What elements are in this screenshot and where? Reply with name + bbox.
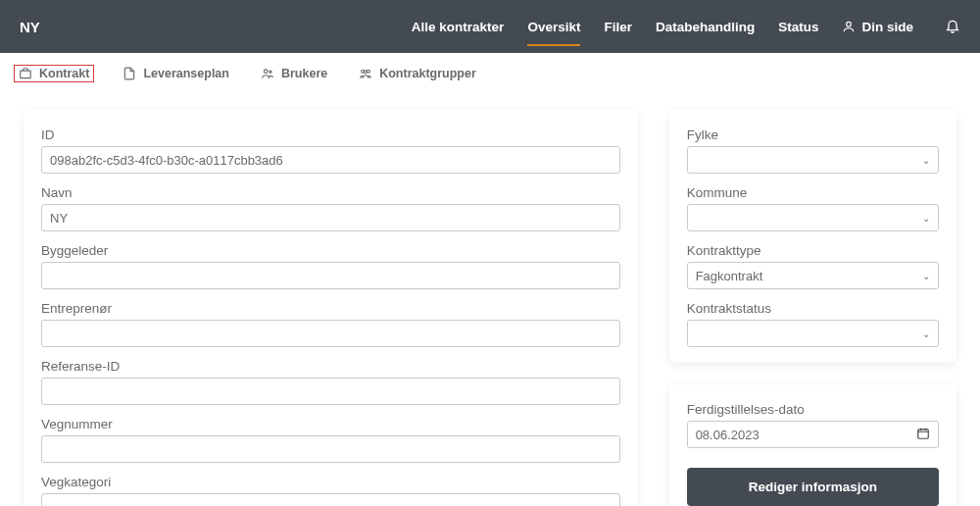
tab-brukere[interactable]: Brukere <box>258 65 330 82</box>
topbar-nav: Alle kontrakter Oversikt Filer Databehan… <box>412 16 960 38</box>
tab-kontrakt-label: Kontrakt <box>39 67 89 80</box>
vegkategori-select[interactable]: ⌄ <box>41 493 620 506</box>
nav-alle-kontrakter[interactable]: Alle kontrakter <box>412 16 505 38</box>
chevron-down-icon: ⌄ <box>922 213 930 224</box>
kontrakttype-label: Kontrakttype <box>687 243 939 258</box>
kontrakttype-value: Fagkontrakt <box>696 269 763 283</box>
svg-point-3 <box>270 71 271 73</box>
navn-input[interactable] <box>41 204 620 231</box>
svg-point-0 <box>847 22 852 26</box>
group-icon <box>359 67 372 80</box>
referanse-input[interactable] <box>41 378 620 405</box>
panel-dates: Ferdigstillelses-dato 08.06.2023 Rediger… <box>669 384 956 506</box>
svg-rect-7 <box>918 429 929 437</box>
vegkategori-label: Vegkategori <box>41 475 620 489</box>
din-side-label: Din side <box>861 20 913 34</box>
subtabs: Kontrakt Leveranseplan Brukere Kontraktg… <box>0 53 980 94</box>
nav-databehandling[interactable]: Databehandling <box>656 16 755 38</box>
referanse-label: Referanse-ID <box>41 359 620 374</box>
ferdig-date-input[interactable]: 08.06.2023 <box>687 421 939 448</box>
ferdig-label: Ferdigstillelses-dato <box>687 402 939 417</box>
page-title: NY <box>20 19 40 35</box>
kontraktstatus-select[interactable]: ⌄ <box>687 320 939 347</box>
nav-oversikt[interactable]: Oversikt <box>527 16 580 38</box>
kontrakttype-select[interactable]: Fagkontrakt ⌄ <box>687 262 939 289</box>
right-column: Fylke ⌄ Kommune ⌄ Kontrakttype Fagkontra… <box>669 110 956 506</box>
nav-filer[interactable]: Filer <box>604 16 632 38</box>
file-icon <box>122 67 136 80</box>
chevron-down-icon: ⌄ <box>604 502 612 507</box>
byggeleder-input[interactable] <box>41 262 620 289</box>
rediger-informasjon-button[interactable]: Rediger informasjon <box>687 468 939 506</box>
ferdig-value: 08.06.2023 <box>696 428 760 442</box>
vegnummer-label: Vegnummer <box>41 417 620 431</box>
tab-leveranseplan[interactable]: Leveranseplan <box>120 65 232 82</box>
kontraktstatus-label: Kontraktstatus <box>687 301 939 316</box>
chevron-down-icon: ⌄ <box>922 271 930 281</box>
chevron-down-icon: ⌄ <box>922 155 930 166</box>
entreprenor-label: Entreprenør <box>41 301 620 316</box>
id-input[interactable] <box>41 146 620 174</box>
kommune-label: Kommune <box>687 185 939 200</box>
tab-brukere-label: Brukere <box>281 67 327 80</box>
svg-point-6 <box>365 71 368 74</box>
vegnummer-input[interactable] <box>41 435 620 463</box>
nav-status[interactable]: Status <box>778 16 818 38</box>
tab-kontraktgrupper-label: Kontraktgrupper <box>379 67 476 80</box>
briefcase-icon <box>19 67 32 80</box>
navn-label: Navn <box>41 185 620 200</box>
svg-rect-1 <box>21 71 31 78</box>
tab-kontraktgrupper[interactable]: Kontraktgrupper <box>356 65 479 82</box>
notifications-icon[interactable] <box>945 18 960 36</box>
user-icon <box>842 20 856 33</box>
entreprenor-input[interactable] <box>41 320 620 347</box>
tab-leveranseplan-label: Leveranseplan <box>143 67 229 80</box>
svg-point-2 <box>264 70 268 74</box>
fylke-label: Fylke <box>687 127 939 142</box>
tab-kontrakt[interactable]: Kontrakt <box>14 65 94 82</box>
panel-main-form: ID Navn Byggeleder Entreprenør Referanse… <box>24 110 638 506</box>
content: ID Navn Byggeleder Entreprenør Referanse… <box>0 94 980 506</box>
panel-classification: Fylke ⌄ Kommune ⌄ Kontrakttype Fagkontra… <box>669 110 956 363</box>
nav-din-side[interactable]: Din side <box>842 20 913 34</box>
users-icon <box>261 67 274 80</box>
byggeleder-label: Byggeleder <box>41 243 620 258</box>
calendar-icon <box>916 427 930 443</box>
topbar: NY Alle kontrakter Oversikt Filer Databe… <box>0 0 980 53</box>
id-label: ID <box>41 127 620 142</box>
kommune-select[interactable]: ⌄ <box>687 204 939 231</box>
fylke-select[interactable]: ⌄ <box>687 146 939 174</box>
chevron-down-icon: ⌄ <box>922 329 930 339</box>
